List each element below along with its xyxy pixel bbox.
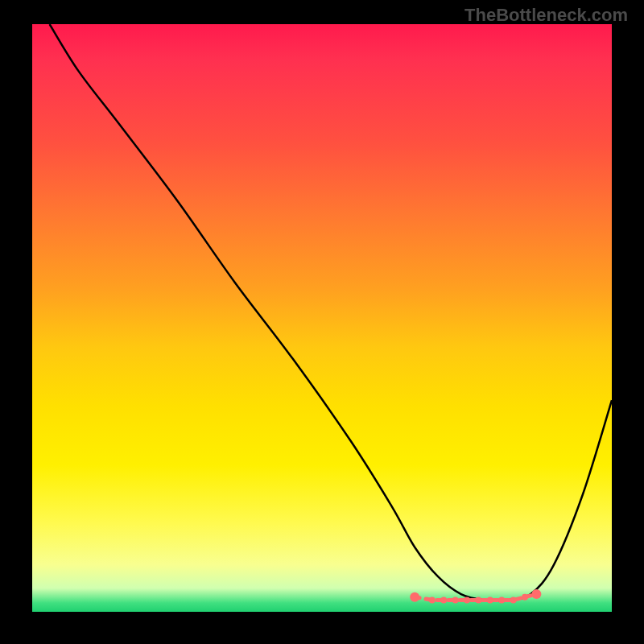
optimal-dot [464, 597, 470, 603]
bottleneck-curve-line [50, 24, 612, 601]
optimal-dot [531, 589, 541, 599]
optimal-dot [475, 597, 481, 603]
optimal-dot [440, 597, 447, 603]
optimal-dot [429, 597, 436, 603]
optimal-dot [487, 597, 493, 603]
curve-svg [32, 24, 612, 612]
optimal-dot [522, 594, 528, 601]
optimal-range-dots [410, 589, 541, 603]
optimal-dot [510, 597, 517, 603]
plot-area [32, 24, 612, 612]
optimal-dot [452, 597, 459, 603]
optimal-dot [498, 597, 505, 603]
chart-container: TheBottleneck.com [0, 0, 644, 644]
watermark-label: TheBottleneck.com [464, 5, 628, 26]
optimal-dot [410, 592, 419, 602]
